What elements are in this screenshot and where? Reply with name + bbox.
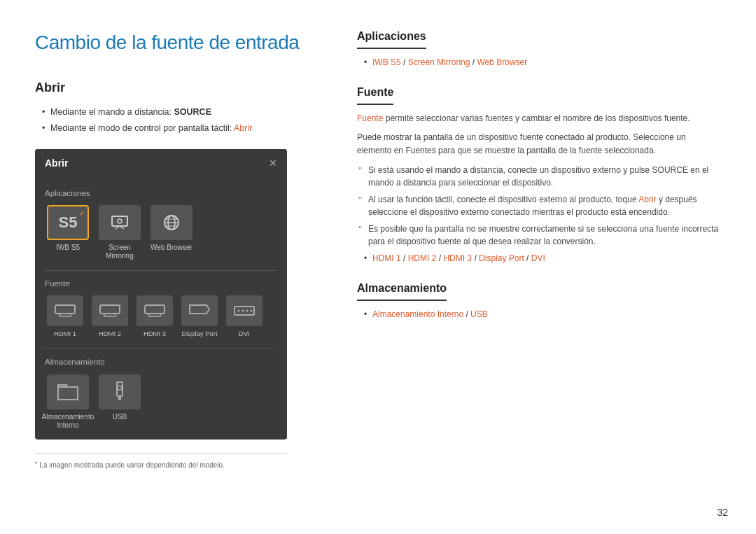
source-keyword: SOURCE bbox=[174, 107, 211, 117]
footnote-area: " La imagen mostrada puede variar depend… bbox=[35, 454, 287, 470]
hdmi1-port-link[interactable]: HDMI 1 bbox=[372, 253, 401, 263]
web-browser-icon bbox=[162, 213, 181, 232]
fuente-title: Fuente bbox=[357, 84, 393, 105]
usb-label: USB bbox=[113, 413, 127, 421]
displayport-box[interactable] bbox=[181, 295, 218, 326]
internal-storage-link[interactable]: Almacenamiento Interno bbox=[372, 309, 463, 319]
close-icon[interactable]: ✕ bbox=[269, 156, 277, 171]
fuente-intro2: Puede mostrar la pantalla de un disposit… bbox=[357, 131, 721, 157]
page-number: 32 bbox=[717, 505, 728, 520]
aplicaciones-list: IWB S5 / Screen Mirroring / Web Browser bbox=[357, 56, 721, 69]
fuente-grid: HDMI 1 HDMI 2 bbox=[45, 295, 277, 339]
displayport-label: Display Port bbox=[181, 329, 217, 339]
web-browser-item[interactable]: Web Browser bbox=[148, 205, 195, 260]
usb-item[interactable]: USB bbox=[97, 374, 143, 430]
svg-point-1 bbox=[118, 219, 122, 223]
hdmi1-box[interactable] bbox=[47, 295, 83, 326]
hdmi3-port-link[interactable]: HDMI 3 bbox=[443, 253, 472, 263]
bullet-remote: Mediante el mando a distancia: SOURCE bbox=[42, 106, 329, 119]
internal-storage-label: AlmacenamientoInterno bbox=[42, 413, 94, 430]
footnote-text: " La imagen mostrada puede variar depend… bbox=[35, 460, 287, 470]
hdmi3-label: HDMI 3 bbox=[144, 329, 166, 339]
svg-point-11 bbox=[238, 310, 240, 312]
almacenamiento-list: Almacenamiento Interno / USB bbox=[357, 308, 721, 321]
aplicaciones-title: Aplicaciones bbox=[357, 28, 426, 49]
modal-body: Aplicaciones S5 IWB S5 bbox=[35, 178, 287, 440]
hdmi2-box[interactable] bbox=[92, 295, 128, 326]
displayport-icon bbox=[188, 304, 211, 318]
hdmi3-box[interactable] bbox=[136, 295, 173, 326]
hdmi1-label: HDMI 1 bbox=[54, 329, 76, 339]
svg-point-12 bbox=[242, 310, 244, 312]
hdmi2-item[interactable]: HDMI 2 bbox=[90, 295, 130, 339]
hdmi2-port-link[interactable]: HDMI 2 bbox=[408, 253, 437, 263]
aplicaciones-links-item: IWB S5 / Screen Mirroring / Web Browser bbox=[364, 56, 721, 69]
hdmi3-icon bbox=[144, 304, 166, 318]
sep1: / bbox=[403, 57, 408, 67]
web-browser-box[interactable] bbox=[150, 205, 192, 240]
abrir-bullets: Mediante el mando a distancia: SOURCE Me… bbox=[35, 106, 329, 135]
usb-link[interactable]: USB bbox=[470, 309, 488, 319]
folder-icon bbox=[57, 381, 79, 402]
almacenamiento-title: Almacenamiento bbox=[357, 280, 447, 301]
abrir-modal: Abrir ✕ Aplicaciones S5 IWB S5 bbox=[35, 149, 287, 440]
modal-divider-2 bbox=[45, 349, 277, 349]
fuente-quote1: Si está usando el mando a distancia, con… bbox=[357, 164, 721, 189]
abrir-link[interactable]: Abrir bbox=[234, 123, 252, 133]
iwbs5-label: IWB S5 bbox=[56, 244, 80, 252]
usb-box[interactable] bbox=[99, 374, 141, 409]
screen-mirroring-link[interactable]: Screen Mirroring bbox=[408, 57, 470, 67]
web-browser-link[interactable]: Web Browser bbox=[477, 57, 527, 67]
aplicaciones-section: Aplicaciones IWB S5 / Screen Mirroring /… bbox=[357, 28, 721, 69]
abrir-title: Abrir bbox=[35, 78, 329, 97]
modal-divider-1 bbox=[45, 270, 277, 271]
dvi-icon bbox=[233, 304, 255, 318]
hdmi3-item[interactable]: HDMI 3 bbox=[134, 295, 175, 339]
left-column: Cambio de la fuente de entrada Abrir Med… bbox=[35, 28, 329, 470]
svg-point-13 bbox=[246, 310, 248, 312]
abrir-link-quote[interactable]: Abrir bbox=[638, 195, 656, 204]
dvi-label: DVI bbox=[239, 329, 250, 339]
almacenamiento-grid: AlmacenamientoInterno USB bbox=[45, 374, 277, 430]
internal-storage-item[interactable]: AlmacenamientoInterno bbox=[45, 374, 91, 430]
bullet-touch: Mediante el modo de control por pantalla… bbox=[42, 122, 329, 135]
fuente-section: Fuente Fuente permite seleccionar varias… bbox=[357, 84, 721, 265]
port-sep4: / bbox=[526, 253, 531, 263]
dvi-link[interactable]: DVI bbox=[531, 253, 545, 263]
fuente-quote3: Es posible que la pantalla no se muestre… bbox=[357, 223, 721, 248]
internal-storage-box[interactable] bbox=[47, 374, 89, 409]
iwbs5-item[interactable]: S5 IWB S5 bbox=[45, 205, 91, 260]
modal-header: Abrir ✕ bbox=[35, 149, 287, 178]
screen-mirroring-item[interactable]: ScreenMirroring bbox=[97, 205, 143, 260]
almacenamiento-section: Almacenamiento Almacenamiento Interno / … bbox=[357, 280, 721, 321]
iwbs5-link[interactable]: IWB S5 bbox=[372, 57, 401, 67]
hdmi1-icon bbox=[54, 304, 76, 318]
usb-icon bbox=[111, 381, 128, 403]
aplicaciones-grid: S5 IWB S5 ScreenMirrori bbox=[45, 205, 277, 260]
hdmi2-icon bbox=[99, 304, 121, 318]
s5-icon: S5 bbox=[59, 215, 78, 230]
dvi-box[interactable] bbox=[226, 295, 262, 326]
displayport-item[interactable]: Display Port bbox=[179, 295, 220, 339]
modal-almacenamiento-label: Almacenamiento bbox=[45, 356, 277, 368]
screen-mirroring-label: ScreenMirroring bbox=[106, 244, 133, 260]
fuente-ports-list: HDMI 1 / HDMI 2 / HDMI 3 / Display Port … bbox=[357, 252, 721, 265]
modal-aplicaciones-label: Aplicaciones bbox=[45, 188, 277, 199]
displayport-link[interactable]: Display Port bbox=[479, 253, 524, 263]
fuente-intro1-rest: permite seleccionar varias fuentes y cam… bbox=[386, 113, 690, 123]
screen-mirroring-box[interactable] bbox=[99, 205, 141, 240]
modal-title: Abrir bbox=[45, 156, 68, 171]
hdmi2-label: HDMI 2 bbox=[99, 329, 121, 339]
svg-point-17 bbox=[118, 386, 122, 390]
svg-rect-8 bbox=[100, 305, 120, 314]
svg-rect-16 bbox=[118, 396, 121, 400]
right-column: Aplicaciones IWB S5 / Screen Mirroring /… bbox=[357, 28, 721, 470]
hdmi1-item[interactable]: HDMI 1 bbox=[45, 295, 85, 339]
web-browser-label: Web Browser bbox=[150, 244, 192, 252]
modal-fuente-label: Fuente bbox=[45, 278, 277, 290]
screen-mirroring-icon bbox=[110, 213, 130, 232]
dvi-item[interactable]: DVI bbox=[224, 295, 265, 339]
fuente-quote2: Al usar la función táctil, conecte el di… bbox=[357, 193, 721, 218]
iwbs5-box[interactable]: S5 bbox=[47, 205, 89, 240]
almacenamiento-links-item: Almacenamiento Interno / USB bbox=[364, 308, 721, 321]
